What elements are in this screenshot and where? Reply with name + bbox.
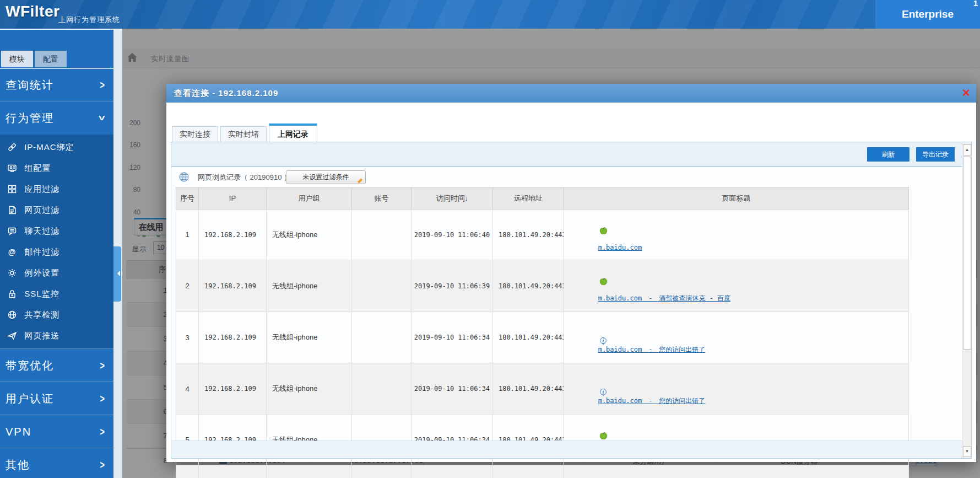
- edition-badge: Enterprise: [875, 0, 980, 29]
- record-row: 3 192.168.2.109 无线组-iphone 2019-09-10 11…: [176, 312, 909, 363]
- close-icon[interactable]: ✕: [962, 84, 971, 103]
- sidebar-item-app-filter[interactable]: 应用过滤: [0, 179, 113, 200]
- vertical-scrollbar[interactable]: ▲ ▼: [962, 142, 971, 458]
- link-icon: [7, 139, 17, 149]
- tab-web-records[interactable]: 上网记录: [269, 123, 317, 143]
- sidebar-section-auth[interactable]: 用户认证 >: [0, 382, 113, 415]
- sidebar-nav: 查询统计 > 行为管理 > IP-MAC绑定 组配置 应用过滤 网页过滤: [0, 68, 113, 478]
- sidebar-gutter: [113, 29, 122, 478]
- page-link[interactable]: m.baidu.com - 您的访问出错了: [598, 346, 706, 353]
- apple-icon: [599, 431, 608, 441]
- cell-page-title: i m.baidu.com - 百度一下: [564, 465, 909, 478]
- corner-badge: 1: [973, 0, 978, 8]
- cell-page-title: i m.baidu.com - 您的访问出错了: [564, 312, 909, 363]
- sidebar-item-web-push[interactable]: 网页推送: [0, 325, 113, 346]
- tab-realtime-blocks[interactable]: 实时封堵: [220, 126, 267, 143]
- header-time[interactable]: 访问时间↓: [412, 187, 493, 210]
- cell-time: 2019-09-10 11:06:34: [412, 363, 493, 415]
- refresh-button[interactable]: 刷新: [867, 147, 909, 162]
- header-account[interactable]: 账号: [352, 187, 412, 210]
- tab-config[interactable]: 配置: [35, 51, 67, 67]
- cell-page-title: i m.baidu.com - 酒驾被查演休克 - 百度: [564, 260, 909, 312]
- tab-realtime-connections[interactable]: 实时连接: [172, 126, 218, 143]
- sidebar-section-behavior[interactable]: 行为管理 >: [0, 101, 113, 135]
- group-icon: [7, 160, 17, 170]
- page-link[interactable]: m.baidu.com - 酒驾被查演休克 - 百度: [598, 294, 730, 302]
- export-records-button[interactable]: 导出记录: [916, 147, 955, 162]
- tab-modules[interactable]: 模块: [1, 51, 33, 67]
- mail-icon: @: [7, 244, 17, 254]
- sidebar-item-ip-mac[interactable]: IP-MAC绑定: [0, 137, 113, 158]
- cell-time: 2019-09-10 11:06:34: [412, 312, 493, 363]
- webpage-icon: [7, 202, 17, 212]
- header-seq[interactable]: 序号: [176, 187, 199, 210]
- sidebar-item-chat-filter[interactable]: 聊天过滤: [0, 221, 113, 241]
- filter-condition-button[interactable]: 未设置过滤条件: [286, 170, 366, 184]
- panel-footer: [171, 441, 962, 458]
- favicon: i: [583, 474, 593, 478]
- header-remote[interactable]: 远程地址: [493, 187, 564, 210]
- favicon: i: [583, 320, 593, 330]
- cell-seq: 2: [176, 260, 199, 312]
- cell-remote: 180.101.49.20:443: [493, 312, 564, 363]
- cell-ip: 192.168.2.109: [199, 312, 267, 363]
- cell-time: 2019-09-10 11:06:33: [412, 465, 493, 478]
- favicon: i: [583, 218, 593, 228]
- lock-icon: [7, 286, 17, 296]
- app-logo: WFilter: [6, 3, 59, 20]
- sidebar-collapse-handle[interactable]: [113, 246, 121, 302]
- sidebar-item-share-detect[interactable]: 共享检测: [0, 304, 113, 325]
- sidebar-section-query-stats[interactable]: 查询统计 >: [0, 68, 113, 101]
- records-toolbar: 刷新 导出记录: [171, 142, 971, 167]
- cell-ip: 192.168.2.109: [199, 363, 267, 415]
- sidebar-item-exceptions[interactable]: 例外设置: [0, 262, 113, 283]
- cell-remote: 180.101.49.20:443: [493, 363, 564, 415]
- cell-seq: 3: [176, 312, 199, 363]
- cell-remote: 180.101.49.20:443: [493, 465, 564, 478]
- chat-icon: [7, 223, 17, 233]
- apple-icon: [599, 226, 608, 235]
- behavior-submenu: IP-MAC绑定 组配置 应用过滤 网页过滤 聊天过滤 @ 邮件过滤: [0, 135, 113, 349]
- sidebar-item-group-config[interactable]: 组配置: [0, 158, 113, 179]
- view-connections-dialog: 查看连接 - 192.168.2.109 ✕ 实时连接 实时封堵 上网记录 刷新…: [166, 84, 976, 462]
- cell-time: 2019-09-10 11:06:40: [412, 210, 493, 260]
- sidebar-section-bandwidth[interactable]: 带宽优化 >: [0, 349, 113, 382]
- chevron-right-icon: >: [100, 442, 105, 478]
- header-ip[interactable]: IP: [199, 187, 267, 210]
- app-header: WFilter 上网行为管理系统 Enterprise 1: [0, 0, 980, 29]
- gear-icon: [7, 265, 17, 275]
- dialog-title: 查看连接 - 192.168.2.109: [174, 84, 278, 103]
- sidebar-section-other[interactable]: 其他 >: [0, 448, 113, 478]
- records-tbody: 1 192.168.2.109 无线组-iphone 2019-09-10 11…: [176, 210, 909, 478]
- page-link[interactable]: m.baidu.com - 您的访问出错了: [598, 397, 706, 405]
- header-group[interactable]: 用户组: [267, 187, 352, 210]
- cell-account: [352, 363, 412, 415]
- sidebar-tabs: 模块配置: [1, 51, 68, 67]
- favicon: i: [583, 423, 593, 433]
- scrollbar-thumb[interactable]: [963, 157, 971, 350]
- apple-icon: [599, 277, 608, 286]
- pencil-icon: [358, 178, 362, 183]
- dialog-tabs: 实时连接 实时封堵 上网记录: [172, 122, 320, 143]
- cell-account: [352, 465, 412, 478]
- sidebar-item-ssl-monitor[interactable]: SSL监控: [0, 283, 113, 304]
- cell-ip: 192.168.2.109: [199, 210, 267, 260]
- info-icon: i: [599, 388, 608, 397]
- sidebar-section-vpn[interactable]: VPN >: [0, 415, 113, 448]
- records-panel: 刷新 导出记录 网页浏览记录（ 20190910 ） 未设置过滤条件 序号 IP: [171, 142, 972, 459]
- header-page-title[interactable]: 页面标题: [564, 187, 909, 210]
- scroll-down-icon[interactable]: ▼: [963, 446, 971, 457]
- cell-account: [352, 210, 412, 260]
- send-icon: [7, 327, 17, 337]
- cell-account: [352, 260, 412, 312]
- page-link[interactable]: m.baidu.com: [598, 244, 642, 251]
- info-icon: i: [599, 337, 608, 346]
- app-subtitle: 上网行为管理系统: [58, 15, 120, 25]
- records-table: 序号 IP 用户组 账号 访问时间↓ 远程地址 页面标题 1 192.168.2…: [176, 187, 909, 478]
- scroll-up-icon[interactable]: ▲: [963, 144, 971, 155]
- records-filter-label: 网页浏览记录（ 20190910 ）: [198, 173, 291, 182]
- sidebar-item-web-filter[interactable]: 网页过滤: [0, 200, 113, 221]
- record-row: 2 192.168.2.109 无线组-iphone 2019-09-10 11…: [176, 260, 909, 312]
- globe-icon: [178, 171, 190, 185]
- sidebar-item-mail-filter[interactable]: @ 邮件过滤: [0, 241, 113, 262]
